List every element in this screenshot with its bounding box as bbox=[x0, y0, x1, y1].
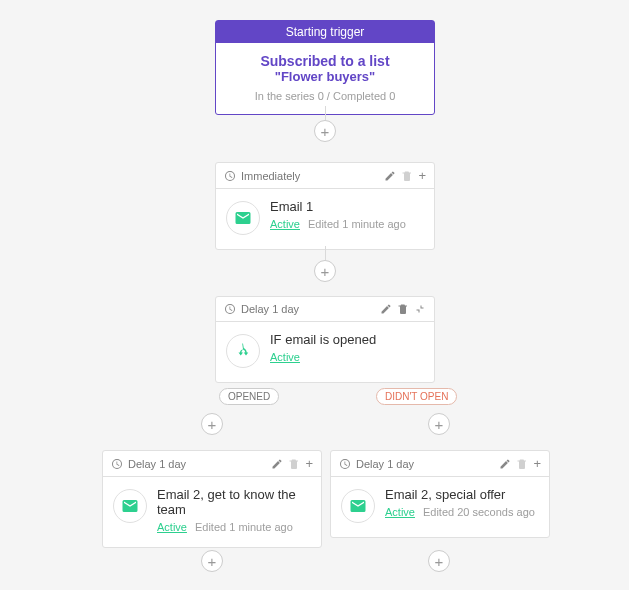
step-delay-label: Delay 1 day bbox=[356, 458, 414, 470]
edited-label: Edited 1 minute ago bbox=[195, 521, 293, 533]
status-link[interactable]: Active bbox=[270, 218, 300, 230]
trigger-header: Starting trigger bbox=[216, 21, 434, 43]
add-mini-icon[interactable]: + bbox=[418, 169, 426, 182]
clock-icon bbox=[111, 458, 123, 470]
add-mini-icon[interactable]: + bbox=[533, 457, 541, 470]
email-icon bbox=[113, 489, 147, 523]
step-title: Email 2, get to know the team bbox=[157, 487, 311, 517]
condition-icon bbox=[226, 334, 260, 368]
step-condition-card[interactable]: Delay 1 day IF email is opened bbox=[215, 296, 435, 383]
step-title: Email 1 bbox=[270, 199, 424, 214]
add-mini-icon[interactable]: + bbox=[305, 457, 313, 470]
trigger-stats: In the series 0 / Completed 0 bbox=[224, 90, 426, 102]
trigger-subtitle: "Flower buyers" bbox=[224, 69, 426, 84]
delete-icon[interactable] bbox=[288, 458, 300, 470]
branch-opened-label: OPENED bbox=[219, 388, 279, 405]
delete-icon[interactable] bbox=[397, 303, 409, 315]
status-link[interactable]: Active bbox=[270, 351, 300, 363]
trigger-card[interactable]: Starting trigger Subscribed to a list "F… bbox=[215, 20, 435, 115]
add-step-button[interactable]: + bbox=[428, 413, 450, 435]
edit-icon[interactable] bbox=[380, 303, 392, 315]
add-step-button[interactable]: + bbox=[314, 260, 336, 282]
step-email2b-card[interactable]: Delay 1 day + Email 2, special offer Act… bbox=[330, 450, 550, 538]
delete-icon[interactable] bbox=[401, 170, 413, 182]
add-step-button[interactable]: + bbox=[428, 550, 450, 572]
clock-icon bbox=[224, 303, 236, 315]
step-title: IF email is opened bbox=[270, 332, 424, 347]
edit-icon[interactable] bbox=[384, 170, 396, 182]
step-delay-label: Delay 1 day bbox=[241, 303, 299, 315]
collapse-icon[interactable] bbox=[414, 303, 426, 315]
edit-icon[interactable] bbox=[271, 458, 283, 470]
edited-label: Edited 1 minute ago bbox=[308, 218, 406, 230]
delete-icon[interactable] bbox=[516, 458, 528, 470]
edited-label: Edited 20 seconds ago bbox=[423, 506, 535, 518]
step-email2a-card[interactable]: Delay 1 day + Email 2, get to know the t… bbox=[102, 450, 322, 548]
add-step-button[interactable]: + bbox=[314, 120, 336, 142]
trigger-title: Subscribed to a list bbox=[224, 53, 426, 69]
step-email1-card[interactable]: Immediately + Email 1 Active Edited bbox=[215, 162, 435, 250]
clock-icon bbox=[224, 170, 236, 182]
branch-notopened-label: DIDN'T OPEN bbox=[376, 388, 457, 405]
status-link[interactable]: Active bbox=[157, 521, 187, 533]
step-title: Email 2, special offer bbox=[385, 487, 539, 502]
step-delay-label: Immediately bbox=[241, 170, 300, 182]
status-link[interactable]: Active bbox=[385, 506, 415, 518]
step-delay-label: Delay 1 day bbox=[128, 458, 186, 470]
clock-icon bbox=[339, 458, 351, 470]
email-icon bbox=[341, 489, 375, 523]
email-icon bbox=[226, 201, 260, 235]
edit-icon[interactable] bbox=[499, 458, 511, 470]
add-step-button[interactable]: + bbox=[201, 550, 223, 572]
add-step-button[interactable]: + bbox=[201, 413, 223, 435]
